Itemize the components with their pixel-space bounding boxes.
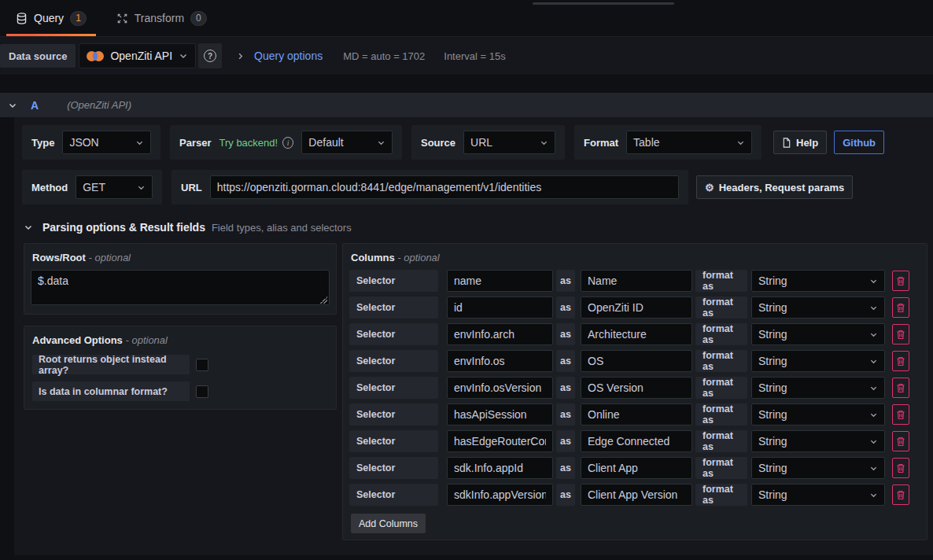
chevron-down-icon [869,357,878,366]
chevron-down-icon [869,384,878,392]
column-selector-input[interactable] [447,484,553,506]
column-alias-input[interactable] [581,377,692,399]
delete-column-button[interactable] [892,324,909,344]
rows-root-optional: - optional [89,252,131,263]
try-backend-hint: Try backend! [219,137,278,149]
spacer [0,76,933,93]
parsing-panels: Rows/Root - optional $.data Advanced Opt… [22,243,930,540]
as-label: as [556,457,575,479]
datasource-help-button[interactable]: ? [198,43,222,68]
column-format-select[interactable]: String [751,323,885,345]
transform-icon [116,13,128,24]
chevron-down-icon [736,138,745,147]
column-alias-input[interactable] [581,323,692,345]
parser-field: Parser Try backend! i Default [170,125,402,160]
delete-column-button[interactable] [892,351,909,371]
trash-icon [896,410,905,420]
github-button[interactable]: Github [834,131,884,154]
query-options-link[interactable]: Query options [254,50,323,62]
url-input[interactable] [210,175,679,199]
headers-request-params-button[interactable]: ⚙ Headers, Request params [696,175,853,199]
column-alias-input[interactable] [581,270,692,292]
trash-icon [896,356,905,367]
add-columns-button[interactable]: Add Columns [351,514,426,533]
column-format-select[interactable]: String [751,377,885,399]
method-select[interactable]: GET [76,175,153,199]
type-select[interactable]: JSON [62,131,151,154]
tab-transform[interactable]: Transform 0 [107,0,216,36]
source-select[interactable]: URL [463,131,555,154]
column-selector-input[interactable] [447,323,553,345]
column-row: Selector as format as String [349,323,920,345]
section-title: Parsing options & Result fields [42,221,205,234]
format-as-label: format as [695,350,747,372]
root-returns-object-checkbox[interactable] [196,359,208,371]
column-selector-input[interactable] [447,297,553,319]
column-format-value: String [758,355,787,367]
column-selector-input[interactable] [447,430,553,452]
transform-count-badge: 0 [190,11,207,26]
columnar-format-checkbox[interactable] [196,385,208,398]
trash-icon [896,383,905,393]
delete-column-button[interactable] [892,271,909,291]
as-label: as [556,484,575,506]
column-selector-input[interactable] [447,350,553,372]
query-row-header[interactable]: A (OpenZiti API) [0,93,933,117]
column-format-value: String [758,274,787,287]
column-alias-input[interactable] [581,403,692,426]
editor-tab-bar: Query 1 Transform 0 [0,0,933,37]
type-label: Type [31,137,54,149]
rows-root-textarea[interactable]: $.data [31,270,330,305]
source-label: Source [421,137,455,149]
column-selector-input[interactable] [447,457,553,479]
drag-handle[interactable] [533,2,674,5]
delete-column-button[interactable] [892,297,909,318]
resize-handle-icon[interactable] [320,297,327,304]
column-format-select[interactable]: String [751,457,885,479]
delete-column-button[interactable] [892,378,909,398]
method-value: GET [83,181,105,193]
query-datasource-hint: (OpenZiti API) [67,99,131,111]
max-data-points-stat: MD = auto = 1702 [343,50,425,62]
help-button[interactable]: Help [773,131,827,154]
column-alias-input[interactable] [581,457,692,479]
left-column: Rows/Root - optional $.data Advanced Opt… [24,243,337,410]
column-alias-input[interactable] [581,430,692,452]
url-field: URL [171,170,688,204]
parsing-options-section-header[interactable]: Parsing options & Result fields Field ty… [24,221,930,234]
column-format-select[interactable]: String [751,270,885,292]
column-format-value: String [758,488,787,501]
delete-column-button[interactable] [892,484,909,505]
delete-column-button[interactable] [892,404,909,425]
rows-root-title-text: Rows/Root [32,252,86,263]
collapse-chevron-icon[interactable] [8,101,17,110]
column-format-select[interactable]: String [751,403,885,426]
chevron-down-icon [869,464,878,473]
column-format-select[interactable]: String [751,430,885,452]
format-as-label: format as [695,484,747,506]
github-button-label: Github [843,137,876,149]
delete-column-button[interactable] [892,431,909,451]
parser-select[interactable]: Default [301,131,393,154]
column-format-select[interactable]: String [751,297,885,319]
datasource-picker[interactable]: OpenZiti API [79,43,196,68]
column-alias-input[interactable] [581,484,692,506]
chevron-down-icon [869,330,878,339]
source-value: URL [470,136,492,149]
column-format-select[interactable]: String [751,484,885,506]
tab-query[interactable]: Query 1 [6,0,96,36]
column-alias-input[interactable] [581,350,692,372]
column-selector-input[interactable] [447,403,553,426]
parser-label: Parser [179,137,211,149]
column-selector-input[interactable] [447,270,553,292]
query-ref-id: A [31,99,39,112]
column-format-value: String [758,462,787,474]
column-format-select[interactable]: String [751,350,885,372]
column-selector-input[interactable] [447,377,553,399]
column-alias-input[interactable] [581,297,692,319]
format-select[interactable]: Table [626,131,752,154]
delete-column-button[interactable] [892,458,909,478]
column-row: Selector as format as String [349,484,920,506]
selector-label: Selector [349,457,438,479]
selector-label: Selector [349,484,438,506]
